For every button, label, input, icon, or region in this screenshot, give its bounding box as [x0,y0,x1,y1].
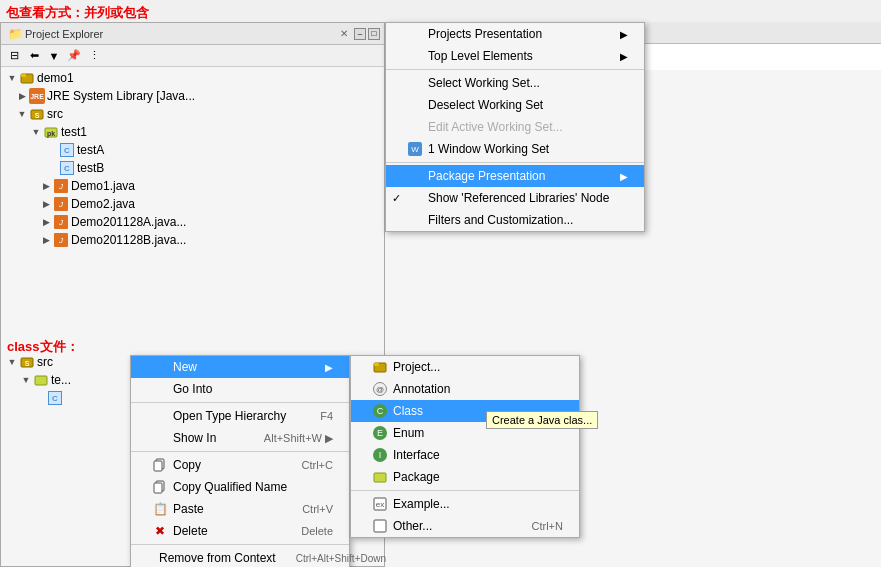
explorer-toolbar: ⊟ ⬅ ▼ 📌 ⋮ [1,45,384,67]
maximize-btn[interactable]: □ [368,28,380,40]
expand-jre[interactable]: ▶ [17,91,27,101]
explorer-folder-icon: 📁 [7,26,23,42]
tree-item-demo201128b[interactable]: ▶ J Demo201128B.java... [1,231,384,249]
new-project-icon [371,359,389,375]
menu-new[interactable]: New ▶ [131,356,349,378]
tree-item-demo201128a[interactable]: ▶ J Demo201128A.java... [1,213,384,231]
menu-package-presentation[interactable]: Package Presentation ▶ [386,165,644,187]
src2-icon: S [19,354,35,370]
demo1-label: demo1 [37,71,74,85]
menu-new-example[interactable]: ex Example... [351,493,579,515]
menu-open-type-hierarchy[interactable]: Open Type Hierarchy F4 [131,405,349,427]
minimize-btn[interactable]: – [354,28,366,40]
copy-qual-icon [151,479,169,495]
menu-projects-presentation[interactable]: Projects Presentation ▶ [386,23,644,45]
new-icon [151,359,169,375]
show-in-icon [151,430,169,446]
menu-new-project[interactable]: Project... [351,356,579,378]
svg-rect-14 [374,363,379,366]
show-in-shortcut: Alt+Shift+W ▶ [244,432,333,445]
copy-icon [151,457,169,473]
menu-btn[interactable]: ⋮ [85,47,103,65]
menu-new-class-label: Class [393,404,423,418]
svg-text:S: S [35,112,40,119]
menu-open-type-label: Open Type Hierarchy [173,409,286,423]
testB-icon: C [59,160,75,176]
demo1java-label: Demo1.java [71,179,135,193]
menu-new-other-label: Other... [393,519,432,533]
menu-new-interface-label: Interface [393,448,440,462]
demo2java-label: Demo2.java [71,197,135,211]
svg-rect-15 [374,473,386,482]
go-into-icon [151,381,169,397]
collapse-all-btn[interactable]: ⊟ [5,47,23,65]
expand-demo201128b[interactable]: ▶ [41,235,51,245]
menu-filters-customization[interactable]: Filters and Customization... [386,209,644,231]
tree-item-demo1[interactable]: ▼ demo1 [1,69,384,87]
menu-sep-2 [386,162,644,163]
menu-paste[interactable]: 📋 Paste Ctrl+V [131,498,349,520]
demo2java-icon: J [53,196,69,212]
tree-item-src[interactable]: ▼ S src [1,105,384,123]
expand-demo1java[interactable]: ▶ [41,181,51,191]
tree-item-jre[interactable]: ▶ JRE JRE System Library [Java... [1,87,384,105]
pin-btn[interactable]: 📌 [65,47,83,65]
demo201128a-icon: J [53,214,69,230]
menu-deselect-working-set[interactable]: Deselect Working Set [386,94,644,116]
expand-test1[interactable]: ▼ [31,127,41,137]
window-ws-icon: W [406,141,424,157]
menu-show-ref-libs[interactable]: ✓ Show 'Referenced Libraries' Node [386,187,644,209]
menu-show-in-label: Show In [173,431,216,445]
projects-presentation-arrow: ▶ [620,29,628,40]
remove-shortcut: Ctrl+Alt+Shift+Down [276,553,386,564]
menu-new-package[interactable]: Package [351,466,579,488]
expand-te[interactable]: ▼ [21,375,31,385]
expand-src[interactable]: ▼ [17,109,27,119]
back-btn[interactable]: ⬅ [25,47,43,65]
expand-demo1[interactable]: ▼ [7,73,17,83]
copy-shortcut: Ctrl+C [282,459,333,471]
test1-icon: pk [43,124,59,140]
menu-new-project-label: Project... [393,360,440,374]
top-level-icon [406,48,424,64]
menu-new-interface[interactable]: I Interface [351,444,579,466]
svg-text:pk: pk [47,130,55,138]
menu-copy-qualified-name[interactable]: Copy Qualified Name [131,476,349,498]
new-arrow: ▶ [325,362,333,373]
tree-item-testB[interactable]: ▶ C testB [1,159,384,177]
menu-new-annotation[interactable]: @ Annotation [351,378,579,400]
menu-copy[interactable]: Copy Ctrl+C [131,454,349,476]
expand-demo2java[interactable]: ▶ [41,199,51,209]
tree-item-demo2java[interactable]: ▶ J Demo2.java [1,195,384,213]
menu-go-into[interactable]: Go Into [131,378,349,400]
menu-edit-active-ws-label: Edit Active Working Set... [428,120,563,134]
menu-new-other[interactable]: Other... Ctrl+N [351,515,579,537]
menu-1-window-ws[interactable]: W 1 Window Working Set [386,138,644,160]
tree-item-test1[interactable]: ▼ pk test1 [1,123,384,141]
new-other-icon [371,518,389,534]
new-class-icon: C [371,403,389,419]
src-icon: S [29,106,45,122]
menu-new-annotation-label: Annotation [393,382,450,396]
expand-demo201128a[interactable]: ▶ [41,217,51,227]
top-level-arrow: ▶ [620,51,628,62]
menu-remove-from-context[interactable]: Remove from Context Ctrl+Alt+Shift+Down [131,547,349,567]
expand-src2[interactable]: ▼ [7,357,17,367]
svg-text:ex: ex [376,500,384,509]
menu-copy-qualified-label: Copy Qualified Name [173,480,287,494]
menu-deselect-ws-label: Deselect Working Set [428,98,543,112]
testA-label: testA [77,143,104,157]
open-type-shortcut: F4 [300,410,333,422]
filter-btn[interactable]: ▼ [45,47,63,65]
menu-show-in[interactable]: Show In Alt+Shift+W ▶ [131,427,349,449]
menu-select-working-set[interactable]: Select Working Set... [386,72,644,94]
tree-item-demo1java[interactable]: ▶ J Demo1.java [1,177,384,195]
menu-delete[interactable]: ✖ Delete Delete [131,520,349,542]
demo1java-icon: J [53,178,69,194]
svg-rect-8 [35,376,47,385]
context-menu-rightclick: New ▶ Go Into Open Type Hierarchy F4 Sho… [130,355,350,567]
svg-rect-12 [154,483,162,493]
tree-item-testA[interactable]: ▶ C testA [1,141,384,159]
demo201128b-icon: J [53,232,69,248]
menu-top-level[interactable]: Top Level Elements ▶ [386,45,644,67]
